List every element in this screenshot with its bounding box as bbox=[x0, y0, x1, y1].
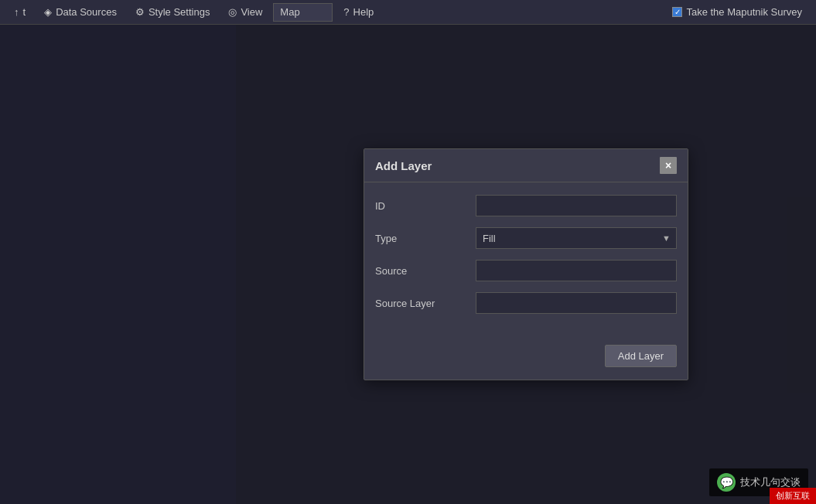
export-icon: ↑ bbox=[14, 6, 19, 18]
modal-overlay: Add Layer × ID Type Fill bbox=[236, 25, 816, 504]
data-sources-icon: ◈ bbox=[44, 6, 52, 18]
source-layer-row: Source Layer bbox=[375, 292, 677, 314]
nav-view-label: View bbox=[241, 6, 262, 18]
nav-export-label: t bbox=[23, 6, 26, 18]
type-select[interactable]: Fill Line Symbol Circle Heatmap Fill Ext… bbox=[476, 227, 677, 249]
nav-survey-label: Take the Maputnik Survey bbox=[686, 6, 802, 18]
source-layer-label: Source Layer bbox=[375, 298, 476, 309]
main-area: Add Layer × ID Type Fill bbox=[0, 25, 816, 504]
nav-help[interactable]: ? Help bbox=[336, 3, 381, 21]
id-label: ID bbox=[375, 200, 476, 212]
nav-view[interactable]: ◎ View bbox=[220, 3, 270, 21]
survey-checkbox: ✓ bbox=[672, 7, 682, 17]
type-row: Type Fill Line Symbol Circle Heatmap Fil… bbox=[375, 227, 677, 249]
nav-data-sources[interactable]: ◈ Data Sources bbox=[36, 3, 125, 21]
wechat-icon: 💬 bbox=[717, 473, 736, 492]
add-layer-button[interactable]: Add Layer bbox=[605, 345, 677, 367]
sidebar bbox=[0, 25, 236, 504]
source-input[interactable] bbox=[476, 260, 677, 281]
id-input[interactable] bbox=[476, 195, 677, 216]
source-layer-input[interactable] bbox=[476, 292, 677, 314]
modal-title: Add Layer bbox=[375, 159, 432, 172]
source-label: Source bbox=[375, 265, 476, 277]
id-row: ID bbox=[375, 195, 677, 216]
nav-view-group: ◎ View Map Split Preview bbox=[220, 3, 333, 22]
chuangxin-brand: 创新互联 bbox=[770, 488, 816, 504]
nav-export[interactable]: ↑ t bbox=[6, 3, 33, 21]
nav-data-sources-label: Data Sources bbox=[56, 6, 117, 18]
modal-close-button[interactable]: × bbox=[660, 157, 677, 174]
modal-footer: Add Layer bbox=[364, 337, 688, 380]
map-area: Add Layer × ID Type Fill bbox=[236, 25, 816, 504]
view-icon: ◎ bbox=[228, 6, 237, 18]
source-row: Source bbox=[375, 260, 677, 281]
view-select-wrapper: Map Split Preview bbox=[273, 3, 333, 22]
nav-style-settings[interactable]: ⚙ Style Settings bbox=[128, 3, 218, 21]
modal-body: ID Type Fill Line Symbol Circle He bbox=[364, 182, 688, 337]
style-settings-icon: ⚙ bbox=[135, 6, 145, 18]
nav-help-label: Help bbox=[353, 6, 374, 18]
navbar: ↑ t ◈ Data Sources ⚙ Style Settings ◎ Vi… bbox=[0, 0, 816, 25]
nav-survey[interactable]: ✓ Take the Maputnik Survey bbox=[664, 3, 810, 21]
modal-header: Add Layer × bbox=[364, 149, 688, 182]
help-icon: ? bbox=[343, 6, 349, 18]
nav-style-settings-label: Style Settings bbox=[149, 6, 210, 18]
type-label: Type bbox=[375, 233, 476, 244]
type-select-wrapper: Fill Line Symbol Circle Heatmap Fill Ext… bbox=[476, 227, 677, 249]
view-select[interactable]: Map Split Preview bbox=[273, 3, 333, 22]
add-layer-modal: Add Layer × ID Type Fill bbox=[364, 148, 688, 380]
